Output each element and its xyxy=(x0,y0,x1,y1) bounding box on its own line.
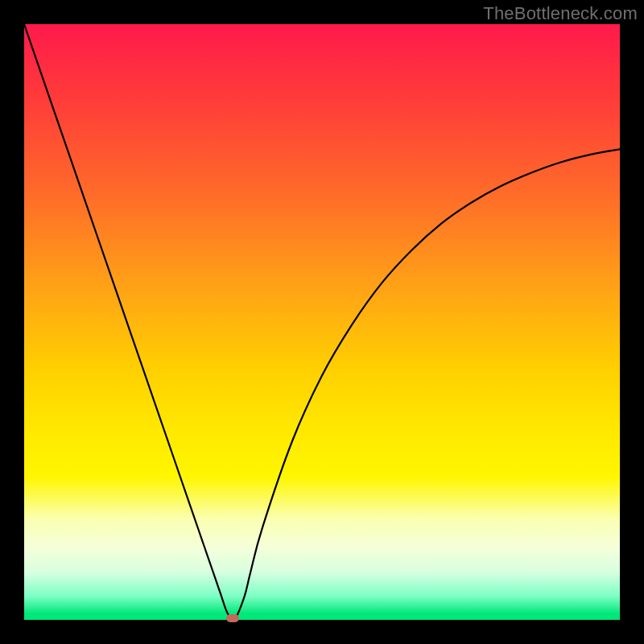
plot-area xyxy=(24,24,620,620)
bottleneck-curve xyxy=(24,24,620,620)
optimum-marker xyxy=(226,614,239,622)
chart-frame: TheBottleneck.com xyxy=(0,0,644,644)
watermark-text: TheBottleneck.com xyxy=(483,3,638,24)
